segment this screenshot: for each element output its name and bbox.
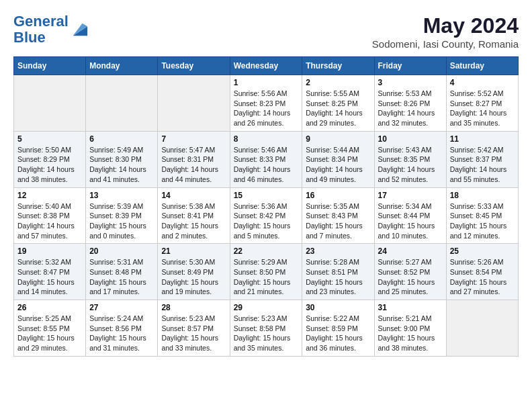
day-info: Sunrise: 5:34 AM Sunset: 8:44 PM Dayligh…: [378, 201, 443, 241]
day-info: Sunrise: 5:30 AM Sunset: 8:49 PM Dayligh…: [161, 257, 226, 297]
subtitle: Sodomeni, Iasi County, Romania: [372, 38, 519, 50]
day-number: 16: [306, 191, 370, 200]
calendar-week-row: 5Sunrise: 5:50 AM Sunset: 8:29 PM Daylig…: [14, 131, 519, 187]
day-info: Sunrise: 5:25 AM Sunset: 8:55 PM Dayligh…: [17, 314, 82, 353]
day-number: 6: [89, 134, 154, 144]
day-info: Sunrise: 5:33 AM Sunset: 8:45 PM Dayligh…: [450, 201, 515, 241]
logo-text: General Blue: [13, 13, 69, 46]
calendar-header-row: SundayMondayTuesdayWednesdayThursdayFrid…: [14, 57, 519, 75]
calendar-cell: 5Sunrise: 5:50 AM Sunset: 8:29 PM Daylig…: [14, 131, 86, 187]
day-number: 15: [234, 191, 299, 200]
day-number: 27: [89, 303, 154, 312]
day-info: Sunrise: 5:56 AM Sunset: 8:23 PM Dayligh…: [234, 89, 299, 128]
calendar-cell: 6Sunrise: 5:49 AM Sunset: 8:30 PM Daylig…: [86, 131, 158, 187]
day-number: 1: [234, 78, 299, 87]
day-info: Sunrise: 5:46 AM Sunset: 8:33 PM Dayligh…: [234, 145, 299, 185]
logo-icon: [70, 20, 89, 39]
day-number: 30: [306, 303, 370, 312]
day-number: 12: [17, 191, 82, 200]
day-info: Sunrise: 5:27 AM Sunset: 8:52 PM Dayligh…: [378, 257, 443, 297]
calendar-week-row: 26Sunrise: 5:25 AM Sunset: 8:55 PM Dayli…: [14, 300, 519, 357]
calendar-cell: [14, 75, 86, 132]
day-info: Sunrise: 5:35 AM Sunset: 8:43 PM Dayligh…: [306, 201, 370, 241]
calendar-cell: 29Sunrise: 5:23 AM Sunset: 8:58 PM Dayli…: [230, 300, 302, 357]
day-info: Sunrise: 5:24 AM Sunset: 8:56 PM Dayligh…: [89, 314, 154, 353]
calendar-table: SundayMondayTuesdayWednesdayThursdayFrid…: [13, 56, 519, 357]
logo: General Blue: [13, 13, 89, 46]
day-info: Sunrise: 5:36 AM Sunset: 8:42 PM Dayligh…: [234, 201, 299, 241]
day-number: 19: [17, 246, 82, 256]
day-number: 10: [378, 134, 443, 144]
calendar-cell: 16Sunrise: 5:35 AM Sunset: 8:43 PM Dayli…: [302, 187, 374, 244]
calendar-cell: 8Sunrise: 5:46 AM Sunset: 8:33 PM Daylig…: [230, 131, 302, 187]
day-info: Sunrise: 5:39 AM Sunset: 8:39 PM Dayligh…: [89, 201, 154, 241]
day-info: Sunrise: 5:26 AM Sunset: 8:54 PM Dayligh…: [450, 257, 515, 297]
calendar-cell: 21Sunrise: 5:30 AM Sunset: 8:49 PM Dayli…: [158, 244, 230, 300]
day-info: Sunrise: 5:49 AM Sunset: 8:30 PM Dayligh…: [89, 145, 154, 185]
day-number: 24: [378, 246, 443, 256]
day-header-wednesday: Wednesday: [230, 57, 302, 75]
calendar-cell: 31Sunrise: 5:21 AM Sunset: 9:00 PM Dayli…: [374, 300, 446, 357]
calendar-cell: 11Sunrise: 5:42 AM Sunset: 8:37 PM Dayli…: [446, 131, 518, 187]
day-info: Sunrise: 5:44 AM Sunset: 8:34 PM Dayligh…: [306, 145, 370, 185]
calendar-cell: [86, 75, 158, 132]
day-info: Sunrise: 5:31 AM Sunset: 8:48 PM Dayligh…: [89, 257, 154, 297]
day-info: Sunrise: 5:22 AM Sunset: 8:59 PM Dayligh…: [306, 314, 370, 353]
day-header-thursday: Thursday: [302, 57, 374, 75]
day-info: Sunrise: 5:23 AM Sunset: 8:57 PM Dayligh…: [161, 314, 226, 353]
calendar-cell: 12Sunrise: 5:40 AM Sunset: 8:38 PM Dayli…: [14, 187, 86, 244]
calendar-cell: [446, 300, 518, 357]
day-number: 8: [234, 134, 299, 144]
calendar-cell: 19Sunrise: 5:32 AM Sunset: 8:47 PM Dayli…: [14, 244, 86, 300]
day-info: Sunrise: 5:38 AM Sunset: 8:41 PM Dayligh…: [161, 201, 226, 241]
day-info: Sunrise: 5:50 AM Sunset: 8:29 PM Dayligh…: [17, 145, 82, 185]
day-number: 31: [378, 303, 443, 312]
day-header-friday: Friday: [374, 57, 446, 75]
day-number: 9: [306, 134, 370, 144]
day-info: Sunrise: 5:42 AM Sunset: 8:37 PM Dayligh…: [450, 145, 515, 185]
calendar-cell: 7Sunrise: 5:47 AM Sunset: 8:31 PM Daylig…: [158, 131, 230, 187]
day-number: 22: [234, 246, 299, 256]
calendar-cell: 26Sunrise: 5:25 AM Sunset: 8:55 PM Dayli…: [14, 300, 86, 357]
day-number: 25: [450, 246, 515, 256]
day-number: 17: [378, 191, 443, 200]
calendar-cell: 17Sunrise: 5:34 AM Sunset: 8:44 PM Dayli…: [374, 187, 446, 244]
calendar-cell: 9Sunrise: 5:44 AM Sunset: 8:34 PM Daylig…: [302, 131, 374, 187]
calendar-week-row: 12Sunrise: 5:40 AM Sunset: 8:38 PM Dayli…: [14, 187, 519, 244]
calendar-cell: 23Sunrise: 5:28 AM Sunset: 8:51 PM Dayli…: [302, 244, 374, 300]
day-info: Sunrise: 5:43 AM Sunset: 8:35 PM Dayligh…: [378, 145, 443, 185]
calendar-week-row: 19Sunrise: 5:32 AM Sunset: 8:47 PM Dayli…: [14, 244, 519, 300]
calendar-cell: [158, 75, 230, 132]
day-number: 21: [161, 246, 226, 256]
day-number: 11: [450, 134, 515, 144]
day-info: Sunrise: 5:28 AM Sunset: 8:51 PM Dayligh…: [306, 257, 370, 297]
day-header-tuesday: Tuesday: [158, 57, 230, 75]
page-header: General Blue May 2024 Sodomeni, Iasi Cou…: [13, 13, 519, 50]
day-header-monday: Monday: [86, 57, 158, 75]
day-number: 3: [378, 78, 443, 87]
day-number: 26: [17, 303, 82, 312]
day-number: 28: [161, 303, 226, 312]
day-info: Sunrise: 5:47 AM Sunset: 8:31 PM Dayligh…: [161, 145, 226, 185]
day-number: 2: [306, 78, 370, 87]
calendar-cell: 28Sunrise: 5:23 AM Sunset: 8:57 PM Dayli…: [158, 300, 230, 357]
calendar-cell: 13Sunrise: 5:39 AM Sunset: 8:39 PM Dayli…: [86, 187, 158, 244]
calendar-cell: 14Sunrise: 5:38 AM Sunset: 8:41 PM Dayli…: [158, 187, 230, 244]
calendar-cell: 20Sunrise: 5:31 AM Sunset: 8:48 PM Dayli…: [86, 244, 158, 300]
day-info: Sunrise: 5:32 AM Sunset: 8:47 PM Dayligh…: [17, 257, 82, 297]
calendar-cell: 27Sunrise: 5:24 AM Sunset: 8:56 PM Dayli…: [86, 300, 158, 357]
main-title: May 2024: [372, 13, 519, 38]
day-number: 13: [89, 191, 154, 200]
day-info: Sunrise: 5:29 AM Sunset: 8:50 PM Dayligh…: [234, 257, 299, 297]
calendar-cell: 22Sunrise: 5:29 AM Sunset: 8:50 PM Dayli…: [230, 244, 302, 300]
day-number: 18: [450, 191, 515, 200]
calendar-cell: 3Sunrise: 5:53 AM Sunset: 8:26 PM Daylig…: [374, 75, 446, 132]
day-number: 5: [17, 134, 82, 144]
day-number: 29: [234, 303, 299, 312]
day-info: Sunrise: 5:53 AM Sunset: 8:26 PM Dayligh…: [378, 89, 443, 128]
day-info: Sunrise: 5:21 AM Sunset: 9:00 PM Dayligh…: [378, 314, 443, 353]
calendar-cell: 18Sunrise: 5:33 AM Sunset: 8:45 PM Dayli…: [446, 187, 518, 244]
calendar-cell: 24Sunrise: 5:27 AM Sunset: 8:52 PM Dayli…: [374, 244, 446, 300]
calendar-cell: 15Sunrise: 5:36 AM Sunset: 8:42 PM Dayli…: [230, 187, 302, 244]
day-info: Sunrise: 5:40 AM Sunset: 8:38 PM Dayligh…: [17, 201, 82, 241]
